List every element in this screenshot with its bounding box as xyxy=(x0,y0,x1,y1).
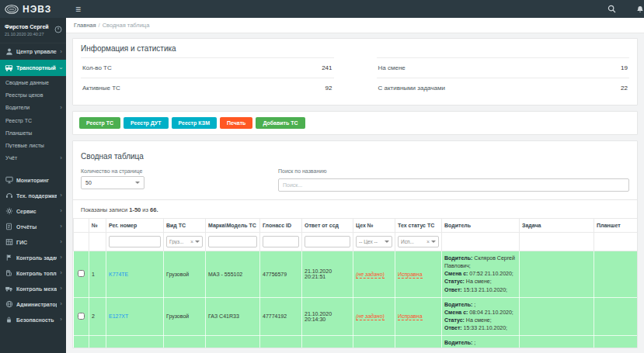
table-header-row: №Рег. номерВид ТСМарка\Модель ТСГлонасс … xyxy=(74,219,638,233)
stat-row-0: Кол-во ТС241 xyxy=(81,57,334,78)
hamburger-menu-icon[interactable]: ≡ xyxy=(75,5,81,14)
filter-input-5[interactable] xyxy=(263,236,299,247)
filter-cell xyxy=(442,233,520,251)
sidebar-item-label: ГИС xyxy=(16,240,57,245)
model-cell: МАЗ - 555102 xyxy=(206,251,260,298)
sidebar-item-5[interactable]: Реестр ТС xyxy=(0,114,66,126)
sidebar-item-4[interactable]: Водители› xyxy=(0,101,66,114)
sidebar-item-6[interactable]: Планшеты xyxy=(0,126,66,139)
stats-card: Информация и статистика Кол-во ТС241На с… xyxy=(72,38,638,106)
truck-icon xyxy=(5,285,13,292)
tech-status-link[interactable]: Исправна xyxy=(398,313,423,320)
reg-number-link[interactable]: E127XT xyxy=(109,313,128,319)
filter-select-7[interactable]: -- Цех -- xyxy=(356,236,392,247)
top-bar: НЭВЗ ≡ xyxy=(0,0,644,18)
clear-filter-icon[interactable]: × xyxy=(190,239,193,244)
workshop-cell: (не задано) xyxy=(353,297,395,336)
search-input[interactable] xyxy=(278,178,629,192)
sidebar-item-label: Сводные данные xyxy=(5,80,62,85)
sidebar-item-label: Тех. поддержка xyxy=(16,193,57,199)
sidebar-item-18[interactable]: Безопасность› xyxy=(0,312,66,327)
sidebar-item-11[interactable]: Сервис› xyxy=(0,203,66,219)
action-button-0[interactable]: Реестр ТС xyxy=(79,117,120,129)
per-page-select[interactable]: 50 xyxy=(81,176,144,189)
tech-status-link[interactable]: Исправна xyxy=(398,272,423,279)
stat-row-1: На смене19 xyxy=(377,57,630,78)
sidebar-item-3[interactable]: Реестры цехов xyxy=(0,88,66,101)
model-cell: ГАЗ C41R33 xyxy=(206,297,260,336)
row-number-cell: 3 xyxy=(89,336,106,348)
sidebar-item-9[interactable]: Мониторинг xyxy=(0,172,66,188)
sidebar-item-15[interactable]: Контроль топлива› xyxy=(0,265,66,281)
support-icon xyxy=(5,192,13,199)
sidebar-item-0[interactable]: Центр управления› xyxy=(0,43,66,60)
sidebar-item-2[interactable]: Сводные данные xyxy=(0,76,66,88)
glonass-id-cell: 47756579 xyxy=(260,251,302,298)
chevron-right-icon: › xyxy=(60,301,62,307)
sidebar-item-label: Учёт xyxy=(5,155,60,161)
column-header: Цех № xyxy=(353,219,395,233)
driver-cell: Водитель: Скляров Сергей Павлович;Смена … xyxy=(442,251,520,298)
workshop-cell: (не задано) xyxy=(353,251,395,298)
action-button-4[interactable]: Добавить ТС xyxy=(256,117,305,129)
sidebar-item-14[interactable]: Контроль задач› xyxy=(0,250,66,265)
chevron-down-icon xyxy=(135,182,140,184)
logo-area[interactable]: НЭВЗ xyxy=(0,0,66,18)
column-header: Рег. номер xyxy=(106,219,164,233)
sidebar-item-label: Безопасность xyxy=(16,317,57,323)
filter-input-6[interactable] xyxy=(305,236,350,247)
vehicle-type-cell: Грузовой xyxy=(164,336,206,348)
stat-label: Активные ТС xyxy=(82,85,120,92)
clear-filter-icon[interactable]: × xyxy=(426,239,430,244)
power-icon[interactable] xyxy=(54,26,62,34)
row-checkbox[interactable] xyxy=(78,270,85,277)
filter-cell: Груз...× xyxy=(164,233,206,251)
sidebar-item-12[interactable]: Отчёты› xyxy=(0,219,66,234)
per-page-label: Количество на странице xyxy=(81,168,144,174)
task-cell xyxy=(520,251,594,298)
sidebar-item-13[interactable]: ГИС› xyxy=(0,234,66,250)
row-number-cell: 2 xyxy=(89,297,106,336)
stat-label: С активными задачами xyxy=(378,85,445,92)
sidebar-item-17[interactable]: Администратор› xyxy=(0,296,66,312)
workshop-link[interactable]: (не задано) xyxy=(356,313,385,320)
filter-select-8[interactable]: Исп...× xyxy=(398,236,439,247)
task-cell xyxy=(520,297,594,336)
tech-status-cell: Исправна xyxy=(395,336,442,348)
sidebar-item-10[interactable]: Тех. поддержка› xyxy=(0,188,66,203)
vehicle-type-cell: Грузовой xyxy=(164,251,206,298)
bell-icon[interactable] xyxy=(636,5,644,14)
chevron-right-icon: › xyxy=(60,105,62,111)
sidebar-item-1[interactable]: Транспортный цех› xyxy=(0,60,66,76)
sidebar-item-7[interactable]: Путевые листы xyxy=(0,139,66,151)
sidebar-item-8[interactable]: Учёт› xyxy=(0,151,66,164)
filter-input-4[interactable] xyxy=(208,236,257,247)
chevron-right-icon: › xyxy=(60,254,62,261)
action-button-1[interactable]: Реестр ДУТ xyxy=(124,117,168,129)
table-controls: Количество на странице 50 Поиск по назва… xyxy=(73,165,637,199)
chevron-right-icon: › xyxy=(60,270,62,276)
action-button-3[interactable]: Печать xyxy=(220,117,252,129)
sidebar-item-label: Контроль задач xyxy=(16,255,57,261)
search-icon[interactable] xyxy=(607,5,616,13)
filter-cell xyxy=(594,233,638,251)
chevron-right-icon: › xyxy=(60,317,62,323)
row-checkbox[interactable] xyxy=(78,313,85,320)
sidebar-item-label: Центр управления xyxy=(16,49,57,54)
sidebar-item-16[interactable]: Контроль механиз..› xyxy=(0,281,66,296)
workshop-link[interactable]: (не задано) xyxy=(356,272,385,279)
filter-select-3[interactable]: Груз...× xyxy=(166,236,203,247)
reg-number-cell: A9280E xyxy=(106,336,164,348)
reg-number-cell: E127XT xyxy=(106,297,164,336)
filter-cell xyxy=(520,233,594,251)
breadcrumb-home-link[interactable]: Главная xyxy=(74,22,96,29)
column-header: Ответ от ссд xyxy=(302,219,353,233)
action-button-2[interactable]: Реестр КЗМ xyxy=(172,117,217,129)
gear-icon xyxy=(5,207,13,215)
breadcrumb-separator: / xyxy=(99,22,100,29)
filter-input-2[interactable] xyxy=(109,236,161,247)
sidebar-item-label: Контроль механиз.. xyxy=(16,286,57,292)
row-checkbox-cell xyxy=(74,336,89,348)
reg-number-link[interactable]: K774TE xyxy=(109,272,128,277)
table-row: 2E127XTГрузовойГАЗ C41R334777419221.10.2… xyxy=(74,297,638,336)
